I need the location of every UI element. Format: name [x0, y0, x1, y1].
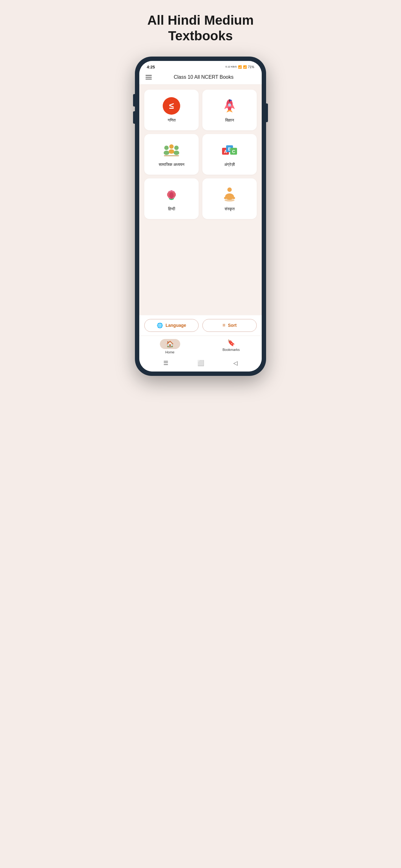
- subject-grid: ≤ गणित: [144, 90, 257, 219]
- subject-card-social[interactable]: सामाजिक अध्ययन: [144, 134, 199, 175]
- svg-rect-4: [228, 107, 231, 110]
- math-label: गणित: [168, 118, 175, 123]
- wifi-icon: 📶: [238, 65, 242, 69]
- home-label: Home: [165, 350, 174, 354]
- sort-icon: ≡: [222, 322, 225, 328]
- english-icon: A B C: [221, 142, 238, 159]
- app-content: ≤ गणित: [139, 85, 262, 315]
- bottom-buttons: 🌐 Language ≡ Sort: [139, 315, 262, 336]
- android-menu-icon[interactable]: ☰: [163, 360, 168, 367]
- menu-button[interactable]: [145, 75, 152, 80]
- language-button[interactable]: 🌐 Language: [144, 319, 199, 332]
- battery-icon: 71%: [248, 65, 254, 69]
- social-icon: [163, 142, 180, 159]
- bookmarks-label: Bookmarks: [222, 348, 239, 351]
- social-label: सामाजिक अध्ययन: [159, 162, 185, 167]
- language-label: Language: [166, 323, 186, 328]
- svg-text:C: C: [232, 149, 235, 154]
- phone-screen: 4:25 0.12 KB/S 📶 📶 71% Class 10 All NCER…: [139, 61, 262, 372]
- home-icon: 🏠: [166, 341, 174, 347]
- svg-point-13: [174, 151, 179, 155]
- svg-point-8: [164, 146, 169, 150]
- svg-marker-5: [226, 110, 233, 113]
- subject-card-math[interactable]: ≤ गणित: [144, 90, 199, 130]
- sanskrit-icon: [221, 186, 238, 204]
- svg-point-28: [227, 187, 232, 192]
- globe-icon: 🌐: [157, 322, 163, 329]
- svg-rect-6: [229, 99, 230, 102]
- status-time: 4:25: [147, 65, 155, 69]
- header-title: Class 10 All NCERT Books: [152, 74, 256, 80]
- bookmarks-icon: 🔖: [227, 339, 235, 346]
- phone-frame: 4:25 0.12 KB/S 📶 📶 71% Class 10 All NCER…: [135, 57, 266, 376]
- svg-point-9: [164, 151, 169, 155]
- math-icon: ≤: [163, 97, 180, 115]
- svg-point-27: [169, 192, 174, 198]
- nav-bar: 🏠 Home 🔖 Bookmarks: [139, 336, 262, 356]
- subject-card-science[interactable]: विज्ञान: [202, 90, 257, 130]
- power-button: [266, 103, 268, 122]
- hindi-label: हिन्दी: [168, 207, 175, 212]
- nav-bookmarks[interactable]: 🔖 Bookmarks: [201, 336, 262, 356]
- science-label: विज्ञान: [225, 118, 234, 123]
- system-nav: ☰ ⬜ ◁: [139, 356, 262, 372]
- app-header: Class 10 All NCERT Books: [139, 71, 262, 85]
- subject-card-hindi[interactable]: हिन्दी: [144, 178, 199, 219]
- science-icon: [221, 97, 238, 115]
- svg-point-12: [174, 146, 179, 150]
- home-icon-bg: 🏠: [160, 339, 180, 349]
- android-home-icon[interactable]: ⬜: [197, 360, 204, 367]
- svg-point-11: [169, 149, 174, 154]
- svg-point-3: [228, 103, 231, 106]
- sort-button[interactable]: ≡ Sort: [202, 319, 257, 332]
- svg-point-10: [169, 144, 174, 149]
- sort-label: Sort: [228, 323, 237, 328]
- status-bar: 4:25 0.12 KB/S 📶 📶 71%: [139, 61, 262, 71]
- subject-card-sanskrit[interactable]: संस्कृत: [202, 178, 257, 219]
- english-label: अंग्रेज़ी: [224, 162, 235, 167]
- subject-card-english[interactable]: A B C अंग्रेज़ी: [202, 134, 257, 175]
- android-back-icon[interactable]: ◁: [233, 360, 238, 367]
- nav-home[interactable]: 🏠 Home: [139, 336, 201, 356]
- svg-point-32: [225, 199, 235, 202]
- signal-icon: 📶: [243, 65, 247, 69]
- empty-space: [144, 223, 257, 310]
- svg-rect-14: [164, 155, 179, 156]
- status-icons: 0.12 KB/S 📶 📶 71%: [226, 65, 254, 69]
- hindi-icon: [163, 186, 180, 204]
- data-speed: 0.12 KB/S: [226, 66, 237, 68]
- page-title: All Hindi Medium Textbooks: [123, 12, 278, 44]
- sanskrit-label: संस्कृत: [225, 207, 235, 212]
